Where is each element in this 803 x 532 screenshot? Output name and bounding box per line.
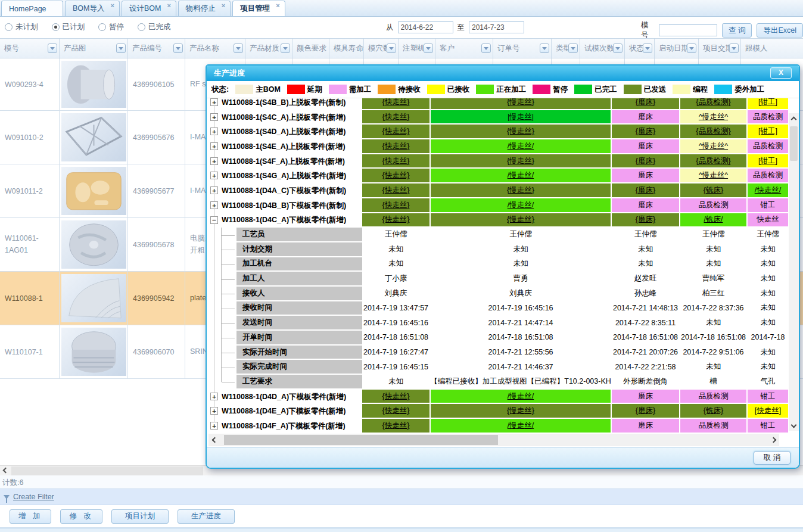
stage-cell[interactable]: {慢走丝} [431, 213, 612, 228]
stage-cell[interactable]: {慢走丝} [431, 183, 612, 198]
tree-vertical-scrollbar[interactable] [789, 113, 799, 431]
search-button[interactable]: 查 询 [722, 23, 752, 38]
stage-cell[interactable]: 快走丝 [748, 213, 789, 228]
tree-row[interactable]: +W110088-1(D4E_A)下模板零件(新增){快走丝}{慢走丝}{磨床}… [207, 404, 799, 419]
stage-cell[interactable]: 钳工 [748, 419, 789, 434]
tree-row[interactable]: +W110088-1(D4B_B)下模板零件(新制){快走丝}/慢走丝/磨床品质… [207, 198, 799, 213]
expand-plus-icon[interactable]: + [210, 407, 218, 415]
close-tab-icon[interactable]: × [276, 2, 279, 8]
scroll-down-button[interactable] [789, 419, 799, 431]
filter-dropdown-icon[interactable] [387, 43, 396, 53]
stage-cell[interactable]: {铣床} [680, 183, 748, 198]
close-tab-icon[interactable]: × [167, 2, 170, 8]
stage-cell[interactable]: {快走丝} [362, 213, 431, 228]
stage-cell[interactable]: /快走丝/ [748, 183, 789, 198]
filter-dropdown-icon[interactable] [613, 43, 623, 53]
filter-dropdown-icon[interactable] [643, 43, 652, 53]
stage-cell[interactable]: {铣床} [680, 404, 748, 419]
filter-dropdown-icon[interactable] [481, 43, 491, 53]
stage-cell[interactable]: 钳工 [748, 390, 789, 405]
filter-dropdown-icon[interactable] [540, 43, 549, 53]
collapse-minus-icon[interactable]: − [210, 216, 218, 224]
expand-plus-icon[interactable]: + [210, 422, 218, 430]
filter-dropdown-icon[interactable] [281, 43, 290, 53]
dialog-close-button[interactable]: X [770, 67, 792, 79]
tree-horizontal-scrollbar[interactable] [208, 434, 779, 446]
date-from-input[interactable] [398, 21, 453, 33]
tree-row[interactable]: +W110088-1(S4C_A)上脱板零件(新增){快走丝}|慢走丝|磨床^慢… [207, 110, 799, 125]
stage-cell[interactable]: {快走丝} [362, 198, 431, 213]
expand-plus-icon[interactable]: + [210, 201, 218, 209]
radio-finished[interactable]: 已完成 [138, 22, 171, 32]
filter-dropdown-icon[interactable] [568, 43, 578, 53]
tree-row[interactable]: +W110088-1(S4F_A)上脱板零件(新增){快走丝}{慢走丝}{磨床}… [207, 154, 799, 169]
close-tab-icon[interactable]: × [110, 2, 114, 8]
filter-dropdown-icon[interactable] [424, 43, 433, 53]
stage-cell[interactable]: [快走丝] [748, 404, 789, 419]
stage-cell[interactable]: {磨床} [612, 154, 680, 169]
filter-dropdown-icon[interactable] [173, 43, 183, 53]
create-filter-link[interactable]: Create Filter [13, 493, 54, 501]
stage-cell[interactable]: {慢走丝} [431, 154, 612, 169]
stage-cell[interactable]: {快走丝} [362, 125, 431, 139]
stage-cell[interactable]: {快走丝} [362, 110, 431, 125]
filter-dropdown-icon[interactable] [234, 43, 243, 53]
stage-cell[interactable]: [钳工] [748, 98, 789, 110]
tab-bom-import[interactable]: BOM导入× [65, 1, 120, 16]
expand-plus-icon[interactable]: + [210, 172, 218, 179]
scroll-right-button[interactable] [767, 434, 779, 446]
expand-plus-icon[interactable]: + [210, 186, 218, 194]
expand-plus-icon[interactable]: + [210, 157, 218, 165]
stage-cell[interactable]: {磨床} [612, 404, 680, 419]
expand-plus-icon[interactable]: + [210, 98, 218, 106]
stage-cell[interactable]: /慢走丝/ [431, 419, 612, 434]
export-excel-button[interactable]: 导出Excel [757, 23, 803, 38]
tab-material-stop[interactable]: 物料停止× [178, 1, 231, 16]
stage-cell[interactable]: {磨床} [612, 125, 680, 139]
scroll-left-button[interactable] [208, 434, 220, 446]
filter-dropdown-icon[interactable] [687, 43, 696, 53]
stage-cell[interactable]: {慢走丝} [431, 98, 612, 110]
tab-design-bom[interactable]: 设计BOM× [122, 1, 176, 16]
stage-cell[interactable]: 品质检测 [748, 139, 789, 154]
stage-cell[interactable]: {慢走丝} [431, 404, 612, 419]
tree-row-expanded[interactable]: −W110088-1(D4C_A)下模板零件(新增){快走丝}{慢走丝}{磨床}… [207, 213, 799, 228]
stage-cell[interactable]: {快走丝} [362, 169, 431, 183]
scrollbar-thumb[interactable] [224, 435, 498, 445]
stage-cell[interactable]: [钳工] [748, 125, 789, 139]
stage-cell[interactable]: /慢走丝/ [431, 169, 612, 183]
stage-cell[interactable]: 磨床 [612, 139, 680, 154]
expand-plus-icon[interactable]: + [210, 393, 218, 400]
stage-cell[interactable]: {快走丝} [362, 390, 431, 405]
stage-cell[interactable]: {快走丝} [362, 404, 431, 419]
stage-cell[interactable]: {磨床} [612, 98, 680, 110]
close-tab-icon[interactable]: × [222, 2, 225, 8]
stage-cell[interactable]: {快走丝} [362, 139, 431, 154]
expand-plus-icon[interactable]: + [210, 142, 218, 150]
dialog-title-bar[interactable]: 生产进度 X [207, 66, 799, 81]
tree-row[interactable]: +W110088-1(S4B_B)上脱板零件(新制){快走丝}{慢走丝}{磨床}… [207, 98, 799, 110]
expand-plus-icon[interactable]: + [210, 127, 218, 135]
scrollbar-thumb[interactable] [11, 466, 203, 475]
cancel-button[interactable]: 取 消 [754, 451, 790, 465]
stage-cell[interactable]: ^慢走丝^ [680, 110, 748, 125]
stage-cell[interactable]: [钳工] [748, 154, 789, 169]
expand-plus-icon[interactable]: + [210, 113, 218, 121]
stage-cell[interactable]: 品质检测 [680, 198, 748, 213]
tree-row[interactable]: +W110088-1(D4F_A)下模板零件(新增){快走丝}/慢走丝/磨床品质… [207, 419, 799, 434]
radio-unplanned[interactable]: 未计划 [5, 22, 38, 32]
tree-row[interactable]: +W110088-1(S4D_A)上脱板零件(新增){快走丝}{慢走丝}{磨床}… [207, 125, 799, 139]
tab-project-management[interactable]: 项目管理× [232, 1, 285, 16]
tree-row[interactable]: +W110088-1(S4E_A)上脱板零件(新增){快走丝}/慢走丝/磨床^慢… [207, 139, 799, 154]
stage-cell[interactable]: {品质检测} [680, 154, 748, 169]
stage-cell[interactable]: 磨床 [612, 169, 680, 183]
tab-homepage[interactable]: HomePage [1, 1, 63, 16]
stage-cell[interactable]: ^慢走丝^ [680, 169, 748, 183]
stage-cell[interactable]: {磨床} [612, 183, 680, 198]
scroll-up-button[interactable] [789, 113, 799, 125]
stage-cell[interactable]: {磨床} [612, 213, 680, 228]
production-progress-button[interactable]: 生产进度 [178, 509, 235, 524]
stage-cell[interactable]: /慢走丝/ [431, 390, 612, 405]
radio-planned[interactable]: 已计划 [52, 22, 85, 32]
scrollbar-thumb[interactable] [790, 126, 798, 161]
